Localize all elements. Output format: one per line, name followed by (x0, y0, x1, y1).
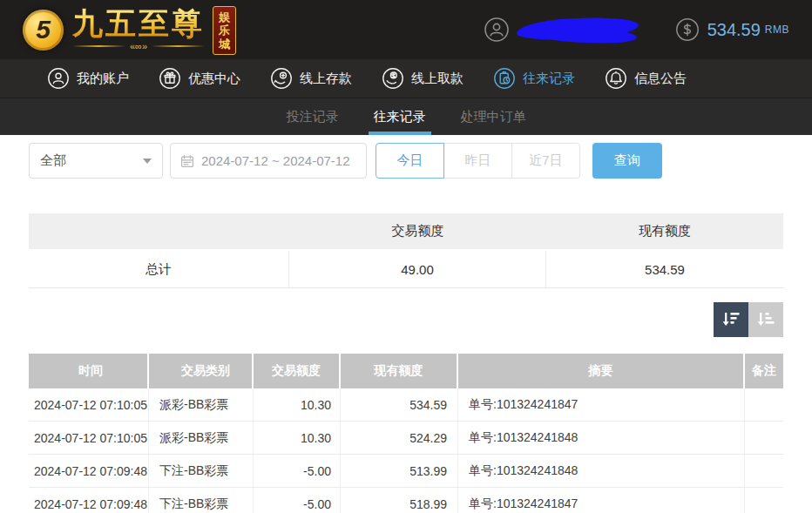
nav-item-transaction-records[interactable]: 往来记录 (493, 67, 575, 90)
sort-ascending-icon (755, 309, 776, 330)
cell-time: 2024-07-12 07:09:48 (29, 455, 149, 487)
summary-total-label: 总计 (29, 251, 289, 287)
cell-balance: 513.99 (341, 455, 458, 487)
header-type: 交易类别 (149, 354, 254, 388)
cell-time: 2024-07-12 07:10:05 (29, 388, 149, 421)
content-area: 全部 2024-07-12 ~ 2024-07-12 今日 昨日 近7日 查询 … (0, 135, 812, 513)
cell-balance: 534.59 (341, 388, 458, 421)
cell-type: 派彩-BB彩票 (149, 388, 254, 421)
dollar-icon (675, 17, 700, 42)
record-subtabs: 投注记录 往来记录 处理中订单 (0, 98, 812, 135)
nav-item-deposit[interactable]: 线上存款 (270, 67, 352, 90)
query-button[interactable]: 查询 (592, 143, 662, 179)
cell-balance: 524.29 (341, 422, 458, 454)
gift-icon (159, 67, 181, 90)
summary-header-empty (29, 213, 289, 249)
records-icon (493, 67, 516, 90)
tab-betting-records[interactable]: 投注记录 (281, 98, 344, 135)
records-table: 时间 交易类别 交易额度 现有额度 摘要 备注 2024-07-12 07:10… (29, 354, 783, 513)
nav-item-my-account[interactable]: 我的账户 (47, 67, 129, 90)
main-nav: 我的账户 优惠中心 线上存款 线上取款 (0, 59, 812, 98)
cell-summary: 单号:101324241847 (458, 388, 745, 421)
user-icon (47, 67, 70, 90)
table-row: 2024-07-12 07:09:48 下注-BB彩票 -5.00 513.99… (29, 455, 783, 488)
cell-note (745, 455, 783, 487)
withdraw-icon (382, 67, 404, 90)
cell-amount: -5.00 (254, 455, 341, 487)
nav-item-withdraw[interactable]: 线上取款 (382, 67, 464, 90)
cell-note (745, 488, 783, 513)
sort-ascending-button[interactable] (748, 302, 783, 337)
header-summary: 摘要 (458, 354, 745, 388)
date-range-value: 2024-07-12 ~ 2024-07-12 (201, 153, 350, 168)
type-select[interactable]: 全部 (29, 143, 163, 179)
table-row: 2024-07-12 07:09:48 下注-BB彩票 -5.00 518.99… (29, 488, 783, 513)
balance-amount: 534.59 (707, 20, 761, 40)
last7days-button[interactable]: 近7日 (511, 143, 580, 179)
summary-header-current-balance: 现有额度 (546, 213, 783, 249)
header-time: 时间 (29, 354, 149, 388)
chevron-down-icon (143, 159, 152, 164)
quick-date-group: 今日 昨日 近7日 (376, 143, 580, 179)
site-logo[interactable]: 5 九五至尊 «∞» 娱乐城 (23, 4, 236, 56)
cell-note (745, 388, 783, 421)
cell-type: 下注-BB彩票 (149, 455, 254, 487)
summary-header-transaction-amount: 交易额度 (289, 213, 546, 249)
date-range-input[interactable]: 2024-07-12 ~ 2024-07-12 (170, 143, 367, 179)
today-button[interactable]: 今日 (376, 143, 444, 179)
logo-badge: 娱乐城 (213, 6, 236, 56)
tab-processing-orders[interactable]: 处理中订单 (456, 98, 531, 135)
cell-time: 2024-07-12 07:09:48 (29, 488, 149, 513)
balance-currency: RMB (765, 24, 789, 36)
bell-icon (605, 67, 627, 90)
cell-note (745, 422, 783, 454)
header-note: 备注 (745, 354, 783, 388)
nav-item-promotions[interactable]: 优惠中心 (159, 67, 240, 90)
cell-summary: 单号:101324241848 (458, 422, 745, 454)
cell-amount: 10.30 (254, 422, 341, 454)
sort-descending-button[interactable] (714, 302, 748, 337)
cell-type: 下注-BB彩票 (149, 488, 254, 513)
logo-title: 九五至尊 (72, 8, 205, 40)
balance-display[interactable]: 534.59 RMB (675, 17, 789, 42)
username-redaction[interactable] (517, 15, 649, 44)
type-select-value: 全部 (40, 152, 66, 169)
cell-balance: 518.99 (341, 488, 458, 513)
tab-transaction-records[interactable]: 往来记录 (369, 98, 431, 135)
filter-row: 全部 2024-07-12 ~ 2024-07-12 今日 昨日 近7日 查询 (29, 143, 783, 179)
cell-summary: 单号:101324241848 (458, 455, 745, 487)
sort-descending-icon (721, 309, 741, 330)
table-row: 2024-07-12 07:10:05 派彩-BB彩票 10.30 534.59… (29, 388, 783, 422)
table-row: 2024-07-12 07:10:05 派彩-BB彩票 10.30 524.29… (29, 422, 783, 455)
cell-amount: -5.00 (254, 488, 341, 513)
summary-total-balance: 534.59 (546, 251, 783, 287)
cell-type: 派彩-BB彩票 (149, 422, 254, 454)
summary-table: 交易额度 现有额度 总计 49.00 534.59 (29, 213, 783, 288)
summary-total-row: 总计 49.00 534.59 (29, 251, 783, 288)
summary-table-header: 交易额度 现有额度 (29, 213, 783, 249)
calendar-icon (180, 154, 194, 168)
records-table-header: 时间 交易类别 交易额度 现有额度 摘要 备注 (29, 354, 783, 388)
logo-flourish: «∞» (72, 42, 205, 51)
header-amount: 交易额度 (254, 354, 341, 388)
cell-amount: 10.30 (254, 388, 341, 421)
summary-total-transaction: 49.00 (289, 251, 546, 287)
top-header: 5 九五至尊 «∞» 娱乐城 534 (0, 0, 812, 59)
cell-time: 2024-07-12 07:10:05 (29, 422, 149, 454)
nav-item-announcements[interactable]: 信息公告 (605, 67, 687, 90)
deposit-icon (270, 67, 293, 90)
cell-summary: 单号:101324241847 (458, 488, 745, 513)
sort-controls (29, 302, 783, 337)
logo-emblem-icon: 5 (23, 10, 64, 51)
user-avatar-icon[interactable] (484, 17, 510, 43)
header-balance: 现有额度 (341, 354, 458, 388)
yesterday-button[interactable]: 昨日 (443, 143, 512, 179)
